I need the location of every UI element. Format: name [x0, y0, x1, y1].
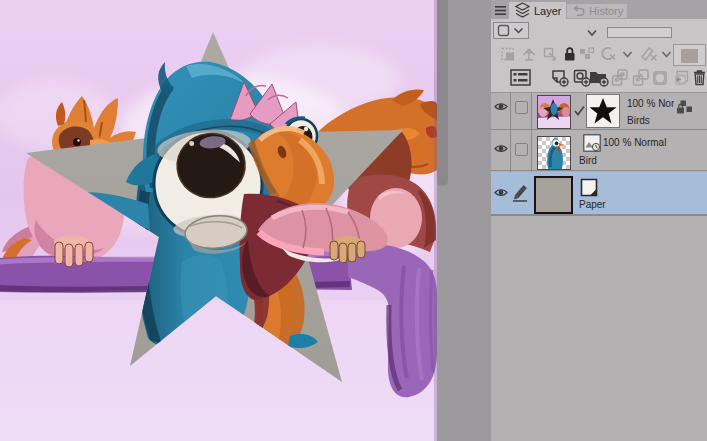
layer-row-paper[interactable]: Paper — [491, 172, 707, 215]
history-arrow-icon — [571, 5, 586, 17]
layer-thumbnail-bird[interactable] — [537, 136, 571, 170]
layers-stack-icon — [515, 2, 530, 19]
canvas-scrollbar[interactable] — [437, 0, 491, 441]
image-material-layer-icon — [583, 134, 601, 152]
ruler-dropdown-chevron-icon[interactable] — [661, 50, 672, 59]
mask-enabled-check-icon[interactable] — [573, 104, 586, 117]
apply-mask-to-layer-icon[interactable] — [672, 70, 689, 86]
layer-thumbnail-birds[interactable] — [537, 95, 571, 129]
layer-row-bird[interactable]: 100 % Normal Bird — [491, 131, 707, 171]
delete-layer-icon[interactable] — [693, 69, 706, 86]
lock-transparent-pixels-badge-icon — [676, 100, 693, 115]
tab-history[interactable]: History — [567, 4, 627, 18]
layer-blend-opacity: 100 % Normal — [603, 137, 666, 148]
layer-list: 100 % Normal Birds — [491, 92, 707, 216]
tab-history-label: History — [589, 5, 623, 17]
visibility-eye-icon[interactable] — [494, 186, 508, 199]
canvas-artwork — [0, 0, 437, 441]
application-window: Layer History — [0, 0, 707, 441]
canvas-scrollbar-thumb[interactable] — [437, 0, 448, 186]
new-raster-layer-icon[interactable] — [551, 69, 569, 87]
panel-header: Layer History — [491, 0, 707, 19]
select-area-icon[interactable] — [501, 47, 517, 62]
visibility-eye-icon[interactable] — [494, 142, 508, 155]
layer-thumbnail-paper[interactable] — [534, 176, 573, 214]
toolbar-value-box[interactable] — [607, 27, 672, 38]
blend-mode-combo[interactable] — [493, 22, 529, 39]
create-layer-mask-icon[interactable] — [652, 70, 668, 86]
layer-row-birds[interactable]: 100 % Normal Birds — [491, 93, 707, 130]
paper-layer-icon — [580, 178, 598, 197]
clip-dropdown-chevron-icon[interactable] — [622, 50, 633, 59]
layer-name: Paper — [579, 199, 606, 210]
layer-name: Birds — [627, 115, 650, 126]
lock-layer-icon[interactable] — [562, 46, 577, 62]
layer-toolbar — [491, 19, 707, 92]
panel-menu-button[interactable] — [494, 5, 507, 16]
chevron-down-icon — [513, 26, 524, 35]
layer-color-swatch[interactable] — [673, 44, 706, 66]
layer-mask-thumbnail-star[interactable] — [586, 94, 620, 128]
draft-checkbox[interactable] — [515, 101, 528, 114]
editing-pencil-icon — [511, 182, 529, 203]
blend-mode-square-icon — [497, 24, 510, 37]
ruler-pen-icon[interactable] — [640, 46, 660, 62]
visibility-eye-icon[interactable] — [494, 100, 508, 113]
layer-color-swatch-value — [681, 49, 698, 63]
palette-layout-icon[interactable] — [510, 69, 531, 86]
merge-with-lower-layer-icon[interactable] — [632, 69, 650, 86]
expression-dropdown-chevron-icon[interactable] — [586, 28, 598, 38]
tab-layer-label: Layer — [534, 5, 562, 17]
hamburger-icon — [495, 6, 506, 15]
lock-transparent-pixels-icon[interactable] — [579, 47, 595, 62]
transfer-to-lower-layer-icon[interactable] — [611, 69, 629, 86]
layer-blend-opacity: 100 % Normal — [627, 98, 674, 109]
clip-to-layer-below-icon[interactable] — [599, 46, 622, 62]
pin-layer-icon[interactable] — [521, 47, 537, 62]
layer-name: Bird — [579, 155, 597, 166]
draft-checkbox[interactable] — [515, 143, 528, 156]
canvas-viewport[interactable] — [0, 0, 437, 441]
tab-layer[interactable]: Layer — [509, 2, 566, 19]
layer-panel: Layer History — [491, 0, 707, 441]
move-transform-icon[interactable] — [543, 47, 558, 62]
new-folder-icon[interactable] — [589, 69, 609, 87]
